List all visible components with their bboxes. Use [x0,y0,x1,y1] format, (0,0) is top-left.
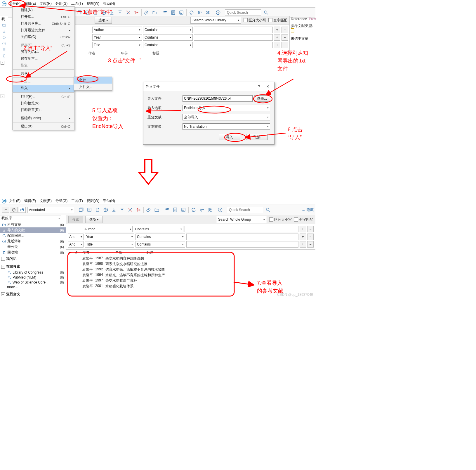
remove-row-button[interactable]: − [282,34,288,41]
local-mode-icon[interactable] [2,207,9,213]
tb-icon[interactable]: ¶⇄ [135,207,142,213]
record-row[interactable]: 袁隆平1994水稻光、温敏不育系的提纯和原种生产 [66,272,315,278]
duplicate-select[interactable]: 全部导入▾ [183,114,270,120]
value-input[interactable] [186,234,298,240]
globe-icon[interactable] [103,207,109,213]
menu-import[interactable]: 导入▸ [13,85,74,92]
tb-icon[interactable] [111,207,117,213]
tb-icon[interactable] [109,9,115,16]
tb-icon[interactable] [117,9,123,16]
tab-reference[interactable]: Reference [291,17,307,21]
folder-icon[interactable] [152,9,158,16]
sidebar-item[interactable]: 最近添加(6) [0,239,66,244]
tb-icon[interactable] [94,207,101,213]
import-file-input[interactable] [183,95,253,102]
menu-print[interactable]: 打印(P)...Ctrl+P [13,93,74,100]
menu-new[interactable]: 新建(N)... [13,7,74,13]
quick-search-input[interactable]: Quick Search [227,207,263,213]
op-select[interactable]: Contains▾ [135,241,185,248]
sync-icon[interactable] [2,35,6,39]
remove-row-button[interactable]: − [282,27,288,33]
col-title[interactable]: 标题 [152,51,159,56]
tree-collapse-icon[interactable]: − [1,94,4,98]
tb-icon[interactable] [92,9,99,16]
doc-icon[interactable] [172,207,178,213]
and-select[interactable]: And▾ [68,234,84,240]
attach-icon[interactable] [145,207,152,213]
sync-icon[interactable] [190,207,197,213]
col-title[interactable]: 标题 [147,250,154,255]
trash-icon[interactable] [2,53,6,58]
op-select[interactable]: Contains▾ [143,34,193,41]
choose-file-button[interactable]: 选择... [254,95,270,102]
add-row-button[interactable]: + [300,241,306,248]
globe-icon[interactable] [100,9,107,16]
word-icon[interactable]: W [178,9,185,16]
match-case-checkbox[interactable]: 区分大小写 [269,217,292,222]
col-year[interactable]: 年份 [115,250,144,255]
sidebar-online-item[interactable]: PubMed (NLM)(0) [5,275,66,280]
record-row[interactable]: 袁隆平1987杂交水稻的育种战略设想 [66,256,315,261]
sidebar-online-item[interactable]: Web of Science Core ...(0) [5,280,66,285]
field-select[interactable]: Title▾ [85,241,134,248]
tb-icon[interactable] [84,9,91,16]
sidebar-item[interactable]: 所有文献(6) [0,222,66,227]
download-icon[interactable] [2,29,6,33]
match-word-checkbox[interactable]: 全字匹配 [294,217,313,222]
dialog-help-button[interactable]: ? [255,84,263,89]
menu-group[interactable]: 分组(G) [54,198,69,204]
menu-saveas[interactable]: 另存为(A)... [13,49,74,55]
cancel-button[interactable]: 取消 [246,134,268,140]
menu-exit[interactable]: 退出(X)Ctrl+Q [13,123,74,130]
menu-tools[interactable]: 工具(T) [70,198,84,204]
quick-search-input[interactable]: Quick Search [225,9,261,16]
remove-row-button[interactable]: − [307,241,314,248]
value-input[interactable] [194,27,273,33]
col-year[interactable]: 年份 [121,51,150,56]
mylib-header[interactable]: 我的库▾ [0,215,61,221]
value-input[interactable] [186,241,298,248]
menu-refs[interactable]: 文献(R) [38,1,53,7]
record-row[interactable]: 袁隆平1992选育水稻光、温敏核不育系的技术策略 [66,267,315,272]
field-select[interactable]: Author▾ [83,226,133,232]
menu-window[interactable]: 视图(W) [85,198,101,204]
sidebar-item[interactable]: 回收站(0) [0,250,66,255]
folder-icon[interactable] [2,23,6,27]
menu-group[interactable]: 分组(G) [54,1,69,7]
sidebar-item[interactable]: 未分类(6) [0,244,66,250]
value-input[interactable] [194,34,273,41]
menu-window[interactable]: 视图(W) [85,1,101,7]
style-select[interactable]: Annotated▾ [27,207,74,213]
field-select[interactable]: Title▾ [92,42,142,48]
clock-icon[interactable] [2,41,6,46]
search-button[interactable]: 搜索 [68,216,83,223]
menu-refs[interactable]: 文献(R) [38,198,53,204]
menu-share[interactable]: 共享... [13,70,74,77]
tb-icon[interactable] [119,207,125,213]
and-select[interactable]: And▾ [68,241,84,248]
sidebar-item[interactable]: 导入的文献(6) [0,227,66,233]
remove-row-button[interactable]: − [307,234,314,240]
submenu-folder[interactable]: 文件夹... [74,84,112,90]
add-row-button[interactable]: + [300,226,306,232]
record-row[interactable]: 袁隆平1990两系法杂交水稻研究的进展 [66,261,315,267]
add-row-button[interactable]: + [274,42,280,48]
menu-print-preview[interactable]: 打印预览(V) [13,100,74,107]
col-author[interactable]: 作者 [82,250,113,255]
sidebar-online-item[interactable]: Library of Congress(0) [5,270,66,275]
menu-open-shared[interactable]: 打开共享库...Ctrtl+Shift+O [13,20,74,27]
search-scope-select[interactable]: Search Whole Library▾ [190,17,241,24]
match-case-checkbox[interactable]: 区分大小写 [244,18,266,23]
menu-open-recent[interactable]: 打开最近的文件▸ [13,27,74,34]
group-online[interactable]: −在线搜索 [0,264,66,270]
op-select[interactable]: Contains▾ [135,234,185,240]
value-input[interactable] [185,226,298,232]
col-author[interactable]: 作者 [88,51,119,56]
op-select[interactable]: Contains▾ [134,226,183,232]
add-row-button[interactable]: + [274,27,280,33]
hide-search-link[interactable]: ︽隐藏 [302,208,314,212]
record-row[interactable]: 袁隆平1997杂交水稻超高产育种 [66,278,315,284]
text-translation-select[interactable]: No Translation▾ [183,123,270,130]
tree-collapse-icon[interactable]: − [1,61,4,65]
import-option-select[interactable]: EndNote 导入▾ [183,105,270,111]
